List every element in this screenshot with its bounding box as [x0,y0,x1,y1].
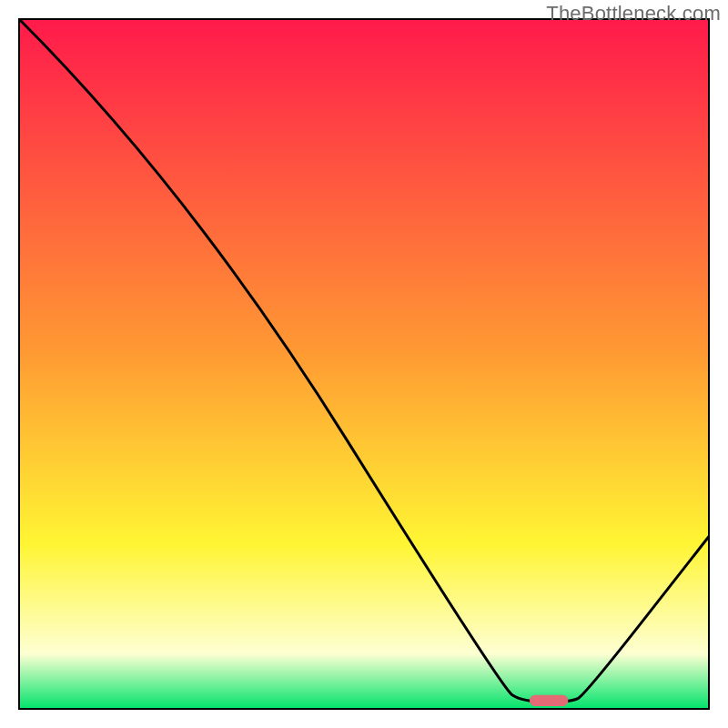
bottleneck-chart [0,0,728,728]
optimum-marker [530,695,568,706]
plot-background [19,19,709,709]
chart-container: TheBottleneck.com [0,0,728,728]
watermark-label: TheBottleneck.com [546,2,721,25]
